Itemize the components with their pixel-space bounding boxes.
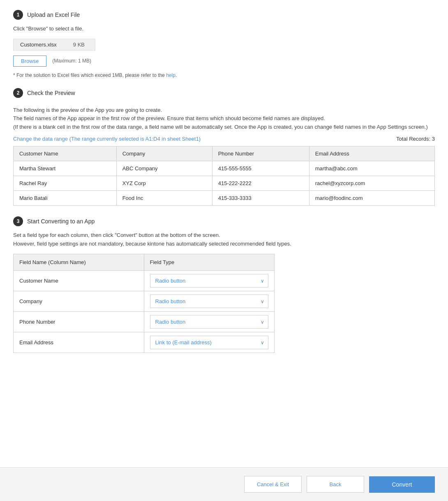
preview-col-header-2: Phone Number: [212, 146, 309, 161]
step2-header: 2 Check the Preview: [13, 88, 435, 98]
field-name-cell-0: Customer Name: [14, 271, 144, 291]
table-row: Mario BataliFood Inc415-333-3333mario@fo…: [14, 190, 435, 205]
preview-table-header-row: Customer Name Company Phone Number Email…: [14, 146, 435, 161]
help-note: * For the solution to Excel files which …: [13, 72, 435, 78]
field-type-select-2[interactable]: Single-line textMulti-line textRich text…: [150, 315, 269, 329]
field-type-select-0[interactable]: Single-line textMulti-line textRich text…: [150, 274, 269, 288]
step1-circle: 1: [13, 10, 23, 20]
field-type-cell-2: Single-line textMulti-line textRich text…: [144, 312, 275, 332]
file-size: 9 KB: [73, 42, 85, 48]
table-row: Martha StewartABC Company415-555-5555mar…: [14, 161, 435, 176]
field-type-select-3[interactable]: Single-line textMulti-line textRich text…: [150, 336, 269, 349]
step1-title: Upload an Excel File: [27, 12, 80, 18]
step3-header: 3 Start Converting to an App: [13, 216, 435, 226]
convert-button[interactable]: Convert: [369, 476, 435, 493]
field-type-cell-3: Single-line textMulti-line textRich text…: [144, 332, 275, 353]
preview-cell-1-2: 415-222-2222: [212, 176, 309, 190]
preview-cell-0-3: martha@abc.com: [309, 161, 434, 176]
field-col-header-0: Field Name (Column Name): [14, 254, 144, 271]
preview-cell-2-3: mario@foodinc.com: [309, 190, 434, 205]
step3-description: Set a field type for each column, then c…: [13, 231, 435, 248]
preview-col-header-3: Email Address: [309, 146, 434, 161]
field-name-cell-1: Company: [14, 291, 144, 312]
preview-cell-2-2: 415-333-3333: [212, 190, 309, 205]
range-row: Change the data range (The range current…: [13, 136, 435, 142]
help-note-prefix: * For the solution to Excel files which …: [13, 72, 166, 78]
step2-circle: 2: [13, 88, 23, 98]
step3-circle: 3: [13, 216, 23, 226]
browse-row: Browse (Maximum: 1 MB): [13, 56, 435, 67]
range-link[interactable]: Change the data range (The range current…: [13, 136, 201, 142]
preview-cell-0-1: ABC Company: [116, 161, 212, 176]
step1-instruction: Click "Browse" to select a file.: [13, 25, 435, 33]
preview-desc-line1: The following is the preview of the App …: [13, 106, 435, 115]
preview-cell-1-0: Rachel Ray: [14, 176, 117, 190]
step2-title: Check the Preview: [27, 90, 75, 96]
field-type-cell-0: Single-line textMulti-line textRich text…: [144, 271, 275, 291]
field-type-table: Field Name (Column Name) Field Type Cust…: [13, 254, 275, 353]
preview-cell-2-1: Food Inc: [116, 190, 212, 205]
list-item: Email AddressSingle-line textMulti-line …: [14, 332, 275, 353]
preview-cell-0-2: 415-555-5555: [212, 161, 309, 176]
step3-desc-line2: However, field type settings are not man…: [13, 240, 435, 248]
max-size-label: (Maximum: 1 MB): [52, 58, 91, 64]
step1-header: 1 Upload an Excel File: [13, 10, 435, 20]
field-name-cell-2: Phone Number: [14, 312, 144, 332]
preview-cell-2-0: Mario Batali: [14, 190, 117, 205]
preview-cell-1-1: XYZ Corp: [116, 176, 212, 190]
preview-cell-0-0: Martha Stewart: [14, 161, 117, 176]
preview-table: Customer Name Company Phone Number Email…: [13, 146, 435, 206]
preview-desc-line2: The field names of the App appear in the…: [13, 114, 435, 123]
preview-col-header-0: Customer Name: [14, 146, 117, 161]
field-name-cell-3: Email Address: [14, 332, 144, 353]
field-type-select-1[interactable]: Single-line textMulti-line textRich text…: [150, 295, 269, 308]
main-content: 1 Upload an Excel File Click "Browse" to…: [0, 0, 448, 467]
preview-description: The following is the preview of the App …: [13, 106, 435, 132]
help-link[interactable]: help: [166, 72, 176, 78]
field-col-header-1: Field Type: [144, 254, 275, 271]
preview-col-header-1: Company: [116, 146, 212, 161]
page-wrapper: 1 Upload an Excel File Click "Browse" to…: [0, 0, 448, 501]
footer: Cancel & Exit Back Convert: [0, 467, 448, 501]
total-records: Total Records: 3: [396, 136, 435, 142]
list-item: Phone NumberSingle-line textMulti-line t…: [14, 312, 275, 332]
field-type-cell-1: Single-line textMulti-line textRich text…: [144, 291, 275, 312]
browse-button[interactable]: Browse: [13, 56, 46, 67]
preview-desc-line3: (If there is a blank cell in the first r…: [13, 123, 435, 132]
field-table-header-row: Field Name (Column Name) Field Type: [14, 254, 275, 271]
help-note-suffix: .: [176, 72, 177, 78]
preview-cell-1-3: rachel@xyzcorp.com: [309, 176, 434, 190]
table-row: Rachel RayXYZ Corp415-222-2222rachel@xyz…: [14, 176, 435, 190]
cancel-exit-button[interactable]: Cancel & Exit: [244, 476, 302, 493]
list-item: CompanySingle-line textMulti-line textRi…: [14, 291, 275, 312]
back-button[interactable]: Back: [307, 476, 364, 493]
file-display: Customers.xlsx 9 KB: [13, 39, 95, 51]
file-name: Customers.xlsx: [20, 42, 57, 48]
step3-desc-line1: Set a field type for each column, then c…: [13, 231, 435, 240]
list-item: Customer NameSingle-line textMulti-line …: [14, 271, 275, 291]
step3-title: Start Converting to an App: [27, 218, 95, 225]
